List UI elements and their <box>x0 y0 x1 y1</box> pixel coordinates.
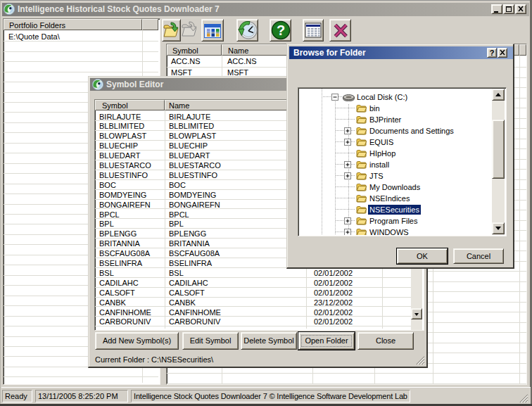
svg-text:?: ? <box>276 23 284 38</box>
